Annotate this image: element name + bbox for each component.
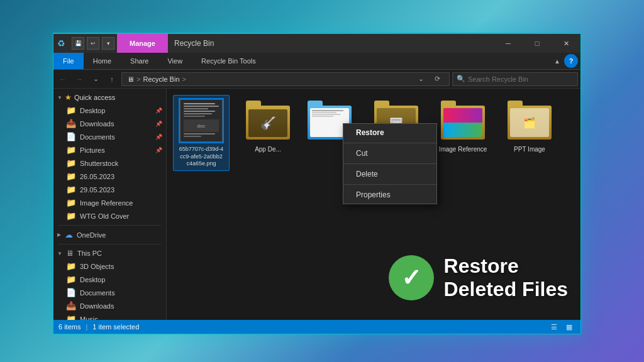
sidebar-item-3dobjects[interactable]: 📁 3D Objects [53, 260, 166, 273]
ctx-item-restore[interactable]: Restore [343, 124, 436, 141]
file-item-appde[interactable]: 🎸 App De... [240, 95, 296, 156]
file-label-ppt: PPT Image [514, 145, 545, 153]
folder-blue-icon: 📁 [66, 106, 76, 115]
sidebar-section-thispc[interactable]: ▼ 🖥 This PC [53, 247, 166, 260]
status-view-controls: ☰ ▦ [548, 322, 575, 332]
file-thumb-appde: 🎸 [245, 97, 291, 143]
pin-icon-downloads: 📌 [155, 121, 162, 127]
sidebar-label-shutterstock: Shutterstock [80, 160, 118, 167]
sidebar-section-onedrive[interactable]: ▶ ☁ OneDrive [53, 228, 166, 241]
sidebar-divider-2 [58, 244, 161, 244]
search-box[interactable]: 🔍 [452, 72, 578, 86]
music-icon: 📁 [66, 314, 76, 320]
sidebar-item-26052023[interactable]: 📁 26.05.2023 [53, 170, 166, 183]
thispc-label: This PC [77, 250, 102, 257]
ctx-item-cut[interactable]: Cut [343, 145, 436, 162]
sidebar: ▼ ★ Quick access 📁 Desktop 📌 📥 Downloads… [53, 89, 167, 320]
sidebar-item-desktop-pc[interactable]: 📁 Desktop [53, 273, 166, 286]
file-item-png[interactable]: doc 65b7707c-d39d-4cc9-afe5-2a0bb2c4a65e… [173, 95, 230, 171]
pictures-icon: 📁 [66, 145, 76, 155]
manage-tab[interactable]: Manage [117, 34, 168, 53]
back-button[interactable]: ← [56, 72, 70, 86]
address-dropdown-button[interactable]: ⌄ [414, 72, 428, 86]
sidebar-item-downloads-pc[interactable]: 📥 Downloads [53, 299, 166, 312]
help-button[interactable]: ? [564, 54, 578, 68]
sidebar-item-image-reference[interactable]: 📁 Image Reference [53, 196, 166, 209]
tab-recycle-bin-tools[interactable]: Recycle Bin Tools [192, 53, 265, 69]
sidebar-label-wtg: WTG Old Cover [80, 212, 129, 220]
file-thumb-image-ref [440, 97, 486, 143]
ctx-item-delete[interactable]: Delete [343, 165, 436, 183]
wtg-icon: 📁 [66, 211, 76, 221]
quick-access-arrow-icon: ▼ [57, 95, 62, 101]
explorer-window: ♻ 💾 ↩ ▾ Manage Recycle Bin ─ □ ✕ File Ho… [53, 33, 581, 334]
search-input[interactable] [468, 75, 574, 83]
tab-home[interactable]: Home [84, 53, 121, 69]
minimize-button[interactable]: ─ [494, 34, 523, 53]
sidebar-item-desktop-quick[interactable]: 📁 Desktop 📌 [53, 104, 166, 117]
file-label-image-ref: Image Reference [439, 145, 487, 153]
sidebar-item-downloads-quick[interactable]: 📥 Downloads 📌 [53, 117, 166, 130]
recycle-bin-icon: ♻ [57, 38, 65, 48]
list-view-button[interactable]: ☰ [548, 322, 560, 332]
grid-view-button[interactable]: ▦ [563, 322, 575, 332]
main-content: ▼ ★ Quick access 📁 Desktop 📌 📥 Downloads… [53, 89, 580, 320]
maximize-button[interactable]: □ [523, 34, 552, 53]
restore-overlay: ✓ Restore Deleted Files [389, 255, 568, 301]
quick-access-star-icon: ★ [65, 93, 72, 102]
qa-save-button[interactable]: 💾 [72, 37, 84, 50]
ribbon: File Home Share View Recycle Bin Tools ▲… [53, 53, 580, 70]
ribbon-tabs: File Home Share View Recycle Bin Tools ▲… [53, 53, 580, 69]
folder-download-icon: 📥 [66, 119, 76, 128]
sidebar-item-29052023[interactable]: 📁 29.05.2023 [53, 183, 166, 196]
ctx-divider-2 [343, 163, 436, 164]
tab-share[interactable]: Share [121, 53, 158, 69]
desktop-pc-icon: 📁 [66, 275, 76, 284]
3d-objects-icon: 📁 [66, 261, 76, 271]
sidebar-item-wtg-old-cover[interactable]: 📁 WTG Old Cover [53, 209, 166, 222]
close-button[interactable]: ✕ [552, 34, 580, 53]
ribbon-right: ▲ ? [554, 53, 580, 69]
file-item-image-ref[interactable]: Image Reference [435, 95, 491, 156]
file-thumb-ppt: 🗂️ [507, 97, 552, 143]
sidebar-label-desktop: Desktop [80, 107, 105, 114]
ctx-item-properties[interactable]: Properties [343, 186, 436, 204]
ctx-divider-1 [343, 143, 436, 143]
sidebar-item-pictures-quick[interactable]: 📁 Pictures 📌 [53, 143, 166, 156]
sidebar-label-downloads: Downloads [80, 120, 114, 128]
up-button[interactable]: ↑ [105, 72, 119, 86]
sidebar-item-music-pc[interactable]: 📁 Music [53, 312, 166, 320]
pin-icon: 📌 [155, 107, 162, 114]
address-path[interactable]: 🖥 > Recycle Bin > ⌄ ⟳ [121, 72, 450, 86]
onedrive-icon: ☁ [65, 230, 73, 239]
qa-undo-button[interactable]: ↩ [87, 37, 99, 50]
recent-locations-button[interactable]: ⌄ [89, 72, 103, 86]
sidebar-label-desktop-pc: Desktop [80, 276, 105, 283]
path-end: > [182, 75, 186, 83]
ctx-divider-3 [343, 184, 436, 185]
refresh-button[interactable]: ⟳ [430, 72, 444, 86]
window-controls: ─ □ ✕ [494, 34, 580, 53]
file-item-ppt[interactable]: 🗂️ PPT Image [501, 95, 558, 156]
doc-icon: 📄 [66, 132, 76, 141]
qa-customize-button[interactable]: ▾ [102, 37, 114, 50]
sidebar-item-shutterstock[interactable]: 📁 Shutterstock [53, 156, 166, 170]
tab-file[interactable]: File [53, 53, 84, 69]
file-label-png: 65b7707c-d39d-4cc9-afe5-2a0bb2c4a65e.png [179, 146, 224, 168]
downloads-pc-icon: 📥 [66, 301, 76, 310]
tab-view[interactable]: View [158, 53, 192, 69]
title-bar: ♻ 💾 ↩ ▾ Manage Recycle Bin ─ □ ✕ [53, 34, 580, 53]
ribbon-collapse-arrow[interactable]: ▲ [554, 58, 560, 65]
file-thumb-png: doc [179, 98, 224, 143]
sidebar-item-documents-quick[interactable]: 📄 Documents 📌 [53, 130, 166, 143]
restore-line1: Restore [444, 255, 568, 278]
sidebar-label-pictures: Pictures [80, 146, 105, 154]
image-ref-icon: 📁 [66, 198, 76, 207]
sidebar-label-music: Music [80, 315, 98, 321]
forward-button[interactable]: → [72, 72, 86, 86]
sidebar-item-documents-pc[interactable]: 📄 Documents [53, 286, 166, 299]
status-items-count: 6 items [58, 323, 80, 331]
sidebar-label-downloads-pc: Downloads [80, 302, 114, 310]
sidebar-section-quick-access[interactable]: ▼ ★ Quick access [53, 91, 166, 104]
sidebar-label-image-ref: Image Reference [80, 199, 133, 207]
